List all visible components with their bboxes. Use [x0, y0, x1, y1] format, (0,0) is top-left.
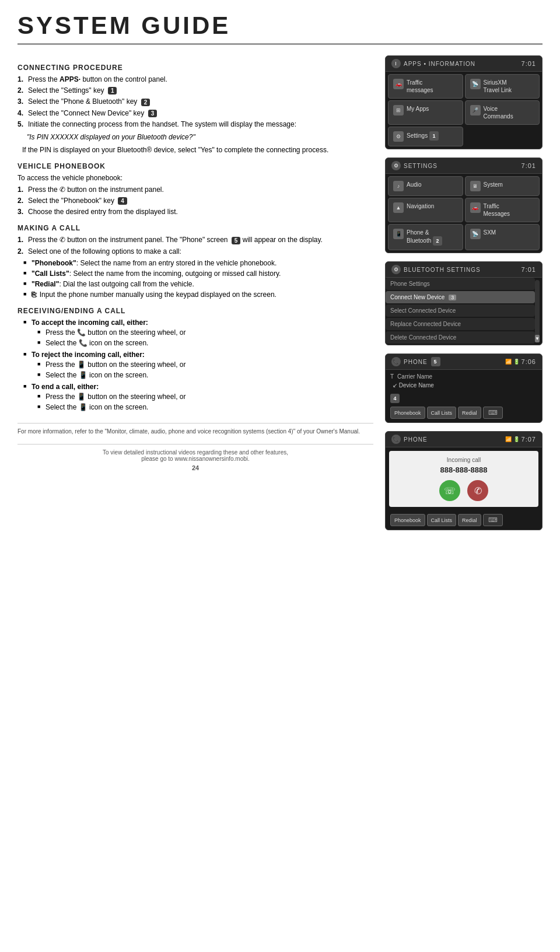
accept-subbullets: Press the 📞 button on the steering wheel… — [32, 328, 373, 347]
settings-panel-title: SETTINGS — [404, 163, 438, 169]
bt-panel-time: 7:01 — [522, 266, 536, 273]
connect-new-badge: 3 — [449, 295, 456, 300]
reject-subbullets: Press the 📱 button on the steering wheel… — [32, 360, 373, 379]
audio-btn[interactable]: ♪ Audio — [388, 176, 463, 196]
phone-panel-header: 📞 PHONE 5 📶 🔋 7:06 — [386, 354, 542, 370]
right-column: i APPS • INFORMATION 7:01 🚗 Trafficmessa… — [385, 55, 542, 538]
redial-button[interactable]: Redial — [458, 407, 481, 419]
settings-panel-time: 7:01 — [522, 162, 536, 169]
t-carrier-icon: T — [390, 373, 394, 380]
navigation-btn[interactable]: ▲ Navigation — [388, 198, 463, 222]
incoming-call-number: 888-888-8888 — [395, 466, 533, 474]
phone-panel: 📞 PHONE 5 📶 🔋 7:06 T Carrier Name ↙ Dev — [385, 354, 542, 423]
system-btn[interactable]: 🖥 System — [465, 176, 540, 196]
incoming-phonebook-button[interactable]: Phonebook — [390, 514, 425, 526]
voice-commands-label: VoiceCommands — [484, 105, 513, 120]
phonebook-steps: Press the ✆ button on the instrument pan… — [18, 186, 373, 216]
connecting-steps: Press the APPS· button on the control pa… — [18, 75, 373, 128]
phonebook-badge-row: 4 — [390, 393, 537, 403]
bt-scroll-down[interactable]: ▼ — [535, 335, 540, 342]
badge-4: 4 — [118, 197, 127, 205]
bt-icon: ⚙ — [391, 265, 401, 274]
call-lists-button[interactable]: Call Lists — [427, 407, 457, 419]
settings-panel: ⚙ SETTINGS 7:01 ♪ Audio 🖥 System ▲ Navig… — [385, 158, 542, 253]
bt-item-connect-new[interactable]: Connect New Device 3 — [386, 291, 535, 303]
call-option-calllists: "Call Lists": Select the name from the i… — [23, 270, 373, 278]
badge-3: 3 — [148, 110, 158, 117]
pin-message: "Is PIN XXXXXX displayed on your Bluetoo… — [18, 133, 373, 141]
bt-scrollbar[interactable]: ▼ — [535, 280, 540, 342]
settings-btn-apps[interactable]: ⚙ Settings 1 — [388, 127, 463, 146]
settings-clock-icon: ⚙ — [391, 161, 401, 170]
end-call-option: To end a call, either: Press the 📱 butto… — [23, 383, 373, 411]
incoming-signal-icon: 📶 — [505, 436, 512, 442]
navigation-label: Navigation — [407, 202, 434, 210]
phone-action-buttons: Phonebook Call Lists Redial ⌨ — [390, 407, 537, 419]
call-option-redial: "Redial": Dial the last outgoing call fr… — [23, 280, 373, 288]
end-subbullets: Press the 📱 button on the steering wheel… — [32, 393, 373, 411]
keypad-button[interactable]: ⌨ — [483, 407, 503, 419]
incoming-phone-buttons: Phonebook Call Lists Redial ⌨ — [386, 510, 542, 530]
mc-step-2: Select one of the following options to m… — [18, 247, 373, 256]
call-option-phonebook: "Phonebook": Select the name from an ent… — [23, 259, 373, 267]
incoming-call-panel: 📞 PHONE 📶 🔋 7:07 Incoming call 888-888-8… — [385, 431, 542, 530]
receiving-options: To accept the incoming call, either: Pre… — [18, 318, 373, 411]
incoming-redial-button[interactable]: Redial — [458, 514, 481, 526]
bt-list-container: Phone Settings Connect New Device 3 Sele… — [386, 278, 542, 345]
my-apps-btn[interactable]: ⊞ My Apps — [388, 100, 463, 125]
sxm-label: SXM — [484, 229, 496, 236]
bt-item-select-connected[interactable]: Select Connected Device — [386, 304, 535, 317]
mic-icon: 🎤 — [470, 105, 481, 116]
sirius-xm-btn[interactable]: 📡 SiriusXMTravel Link — [465, 74, 540, 99]
incoming-keypad-button[interactable]: ⌨ — [483, 514, 503, 526]
phonebook-button[interactable]: Phonebook — [390, 407, 425, 419]
reject-call-button[interactable]: ✆ — [467, 480, 488, 501]
accept-bullet-1: Press the 📞 button on the steering wheel… — [37, 328, 373, 337]
accept-call-button[interactable]: ☏ — [439, 480, 460, 501]
phone-icon: 📞 — [391, 357, 401, 366]
mc-step-1: Press the ✆ button on the instrument pan… — [18, 236, 373, 244]
incoming-call-lists-button[interactable]: Call Lists — [427, 514, 457, 526]
gear-icon-apps: ⚙ — [393, 131, 404, 142]
voice-commands-btn[interactable]: 🎤 VoiceCommands — [465, 100, 540, 125]
sxm-btn[interactable]: 📡 SXM — [465, 224, 540, 250]
incoming-call-box: Incoming call 888-888-8888 ☏ ✆ — [389, 451, 538, 507]
info-icon: i — [391, 59, 401, 68]
step-3: Select the "Phone & Bluetooth" key 2 — [18, 97, 373, 106]
incoming-panel-header: 📞 PHONE 📶 🔋 7:07 — [386, 432, 542, 447]
bt-panel-title: BLUETOOTH SETTINGS — [404, 267, 481, 273]
end-bullet-1: Press the 📱 button on the steering wheel… — [37, 393, 373, 401]
badge-1: 1 — [108, 87, 117, 94]
phone-panel-title: PHONE — [404, 359, 428, 365]
bt-item-delete-connected[interactable]: Delete Connected Device — [386, 331, 535, 344]
incoming-signal: 📶 🔋 7:07 — [505, 436, 536, 443]
audio-icon: ♪ — [393, 181, 404, 191]
footnote: For more information, refer to the "Moni… — [18, 423, 373, 435]
phone-bluetooth-btn[interactable]: 📱 Phone &Bluetooth 2 — [388, 224, 463, 250]
incoming-call-label: Incoming call — [395, 457, 533, 463]
carrier-name: Carrier Name — [397, 373, 432, 380]
incoming-battery-icon: 🔋 — [513, 436, 520, 442]
phone-panel-time: 7:06 — [522, 358, 536, 365]
reject-call-option: To reject the incoming call, either: Pre… — [23, 351, 373, 379]
step-2: Select the "Settings" key 1 — [18, 86, 373, 94]
badge-2: 2 — [141, 99, 150, 106]
footer: To view detailed instructional videos re… — [18, 444, 373, 471]
phone-panel-body: T Carrier Name ↙ Device Name 4 Phonebook… — [386, 370, 542, 422]
phonebook-badge-4: 4 — [390, 394, 400, 403]
traffic-messages-btn[interactable]: 🚗 Trafficmessages — [388, 74, 463, 99]
system-icon: 🖥 — [470, 181, 481, 191]
bt-item-phone-settings[interactable]: Phone Settings — [386, 278, 535, 290]
receiving-call-heading: RECEIVING/ENDING A CALL — [18, 307, 373, 315]
phone-bluetooth-label: Phone &Bluetooth 2 — [407, 229, 442, 246]
apps-panel-header: i APPS • INFORMATION 7:01 — [386, 56, 542, 72]
bluetooth-settings-panel: ⚙ BLUETOOTH SETTINGS 7:01 Phone Settings… — [385, 261, 542, 345]
traffic-messages-settings-btn[interactable]: 🚗 TrafficMessages — [465, 198, 540, 222]
incoming-phone-icon: 📞 — [391, 435, 401, 444]
step-5: Initiate the connecting process from the… — [18, 120, 373, 128]
call-action-buttons: ☏ ✆ — [395, 480, 533, 501]
my-apps-label: My Apps — [407, 105, 429, 113]
apps-panel-grid: 🚗 Trafficmessages 📡 SiriusXMTravel Link … — [386, 72, 542, 149]
bt-item-replace-connected[interactable]: Replace Connected Device — [386, 318, 535, 330]
page-title: SYSTEM GUIDE — [18, 12, 542, 45]
